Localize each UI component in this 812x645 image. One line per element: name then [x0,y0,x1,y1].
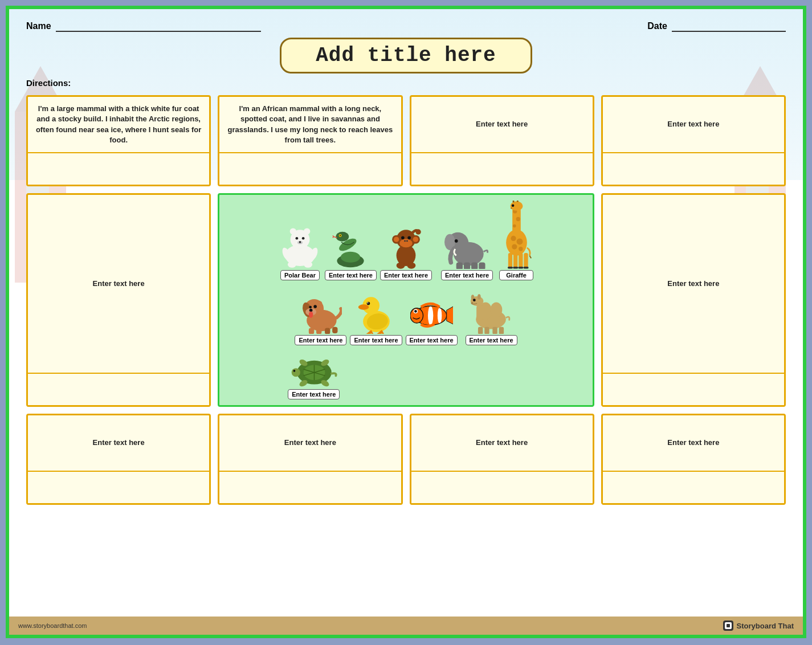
polar-bear-label[interactable]: Polar Bear [280,270,320,280]
svg-point-23 [340,235,341,236]
svg-rect-112 [492,327,497,334]
cell-r3c3-text[interactable]: Enter text here [411,415,593,472]
svg-point-40 [407,262,415,268]
animal-picker: Polar Bear [218,193,594,407]
svg-rect-71 [518,267,523,269]
cell-r1c4-text[interactable]: Enter text here [603,97,784,153]
svg-point-62 [516,238,523,244]
svg-point-13 [299,241,301,243]
clownfish-svg [410,294,453,334]
animal-row-3: Enter text here [225,351,587,399]
cell-r2c1-text[interactable]: Enter text here [28,195,209,374]
svg-point-81 [309,306,312,309]
polar-bear-svg [279,221,321,269]
animal-polar-bear: Polar Bear [279,221,321,280]
cobra-label[interactable]: Enter text here [325,270,377,280]
cell-r3c2-text[interactable]: Enter text here [219,415,401,472]
svg-point-82 [309,311,313,317]
animal-turtle: Enter text here [288,351,340,399]
giraffe-svg [501,201,532,269]
cell-r1c4-bottom [603,153,784,185]
polar-bear-figure [279,221,321,269]
svg-point-33 [399,239,413,247]
animal-cobra: Enter text here [325,221,377,280]
svg-point-92 [368,303,369,304]
cell-r3c1-text[interactable]: Enter text here [28,415,209,472]
footer-url: www.storyboardthat.com [18,622,87,629]
cell-r2c4-bottom [603,374,784,405]
turtle-label[interactable]: Enter text here [288,389,340,399]
cell-r3c4-text[interactable]: Enter text here [603,415,784,472]
elephant-label[interactable]: Enter text here [441,270,493,280]
cell-r1c2: I'm an African mammal with a long neck, … [218,95,402,186]
svg-point-52 [513,224,516,228]
monkey-figure [385,221,427,269]
svg-point-64 [519,247,523,251]
svg-point-8 [290,228,296,234]
svg-point-37 [406,240,408,242]
animal-elephant: Enter text here [441,221,493,280]
monkey-label[interactable]: Enter text here [380,270,432,280]
svg-point-100 [414,310,417,313]
svg-rect-86 [333,327,338,333]
turtle-svg [288,351,340,388]
cell-r3c1-bottom [28,472,209,503]
svg-rect-72 [523,267,528,269]
svg-point-120 [293,370,295,372]
logo-text: Storyboard That [737,622,794,630]
cell-r1c3-text[interactable]: Enter text here [411,97,593,153]
svg-point-80 [314,305,317,308]
svg-rect-113 [499,327,504,334]
svg-point-61 [511,236,516,241]
svg-rect-110 [478,327,483,334]
cell-r1c2-text[interactable]: I'm an African mammal with a long neck, … [219,97,401,153]
svg-point-90 [358,304,369,309]
elephant-figure [444,221,490,269]
cell-r3c2-bottom [219,472,401,503]
cell-r3c2: Enter text here [218,414,402,505]
cell-r3c4-bottom [603,472,784,503]
cell-r2c1-bottom [28,374,209,405]
main-container: Name Date Add title here Directions: I'm… [6,6,806,638]
svg-rect-45 [456,263,462,269]
cell-r1c1-text[interactable]: I'm a large mammal with a thick white fu… [28,97,209,153]
cell-r1c1: I'm a large mammal with a thick white fu… [26,95,211,186]
svg-point-119 [291,368,300,377]
svg-line-26 [333,236,334,238]
cell-r1c3-bottom [411,153,593,185]
svg-point-19 [341,252,360,263]
logo-icon [722,619,735,632]
svg-rect-67 [519,253,523,268]
cell-r3c3-bottom [411,472,593,503]
title-box[interactable]: Add title here [280,38,532,74]
directions-label: Directions: [26,78,71,88]
cell-r2c1: Enter text here [26,193,211,407]
svg-point-32 [413,236,418,242]
directions-row: Directions: [26,78,786,88]
svg-rect-65 [508,253,512,268]
giraffe-label[interactable]: Giraffe [499,270,533,280]
page-content: Name Date Add title here Directions: I'm… [9,9,803,511]
duck-label[interactable]: Enter text here [350,335,402,345]
animal-duck: Enter text here [350,288,402,345]
dog-figure [299,288,342,334]
elephant-svg [444,221,490,269]
dog-label[interactable]: Enter text here [295,335,346,345]
svg-rect-85 [325,328,330,334]
svg-point-107 [478,294,481,299]
svg-point-51 [516,217,520,221]
date-field: Date [647,21,786,32]
svg-point-15 [304,262,312,268]
svg-rect-127 [727,624,730,627]
svg-point-35 [407,236,411,240]
cell-r2c4-text[interactable]: Enter text here [603,195,784,374]
svg-rect-83 [309,328,314,334]
animal-camel: Enter text here [466,288,517,345]
camel-label[interactable]: Enter text here [466,335,517,345]
footer-bar: www.storyboardthat.com Storyboard That [9,617,803,635]
clownfish-label[interactable]: Enter text here [406,335,458,345]
svg-rect-111 [484,327,489,334]
svg-point-9 [304,228,310,234]
footer-logo: Storyboard That [722,619,794,632]
camel-svg [468,288,514,334]
